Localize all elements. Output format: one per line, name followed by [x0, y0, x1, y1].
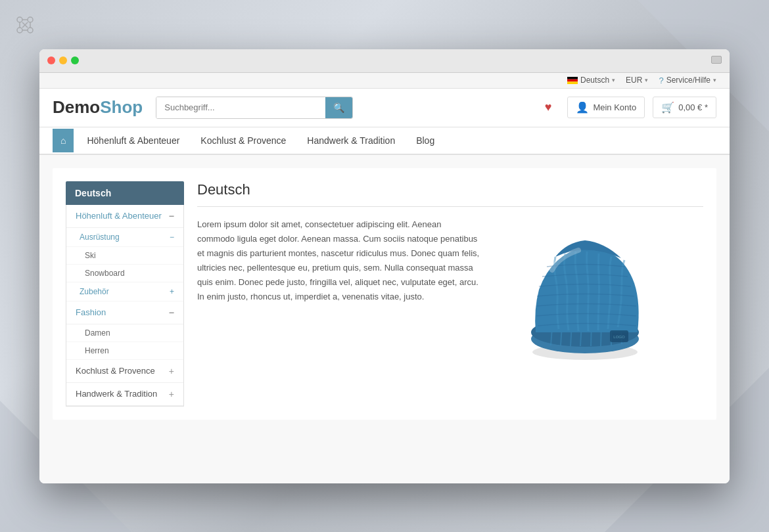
- sidebar-item-handwerk[interactable]: Handwerk & Tradition +: [66, 383, 183, 406]
- sidebar-zubehor-label: Zubehör: [80, 287, 109, 296]
- sidebar-item-herren[interactable]: Herren: [66, 342, 183, 360]
- sidebar-snowboard-label: Snowboard: [85, 269, 125, 278]
- service-menu[interactable]: ? Service/Hilfe ▾: [659, 76, 716, 85]
- sidebar-kochlust-label: Kochlust & Provence: [76, 366, 155, 376]
- browser-controls: [711, 56, 722, 64]
- content-title: Deutsch: [197, 181, 703, 207]
- close-button[interactable]: [47, 56, 55, 64]
- sidebar-ausrustung-toggle: −: [170, 233, 174, 242]
- sidebar-item-snowboard[interactable]: Snowboard: [66, 265, 183, 282]
- sidebar-item-damen[interactable]: Damen: [66, 324, 183, 342]
- traffic-lights: [47, 56, 79, 64]
- currency-selector[interactable]: EUR ▾: [626, 76, 648, 85]
- sidebar-kochlust-toggle: +: [169, 366, 174, 376]
- language-caret: ▾: [612, 77, 615, 83]
- language-label: Deutsch: [580, 76, 609, 85]
- minimize-button[interactable]: [59, 56, 67, 64]
- sidebar-header: Deutsch: [66, 181, 184, 205]
- language-selector[interactable]: Deutsch ▾: [567, 76, 615, 85]
- browser-titlebar: [39, 49, 730, 73]
- product-image: LOGO: [493, 217, 664, 362]
- svg-text:LOGO: LOGO: [613, 335, 625, 339]
- main-nav: ⌂ Höhenluft & Abenteuer Kochlust & Prove…: [39, 127, 730, 155]
- browser-ctrl-1[interactable]: [711, 56, 722, 64]
- currency-label: EUR: [626, 76, 642, 85]
- header-actions: ♥ 👤 Mein Konto 🛒 0,00 € *: [537, 97, 716, 118]
- logo-demo: Demo: [53, 97, 100, 117]
- search-button[interactable]: 🔍: [325, 97, 352, 118]
- shop-header: DemoShop 🔍 ♥ 👤 Mein Konto 🛒 0,00 € *: [39, 89, 730, 127]
- nav-item-kochlust[interactable]: Kochlust & Provence: [190, 127, 296, 154]
- sidebar-handwerk-toggle: +: [169, 389, 174, 399]
- currency-caret: ▾: [645, 77, 648, 83]
- svg-rect-10: [567, 77, 578, 79]
- account-button[interactable]: 👤 Mein Konto: [567, 97, 645, 118]
- nav-item-blog[interactable]: Blog: [406, 127, 445, 154]
- top-bar: Deutsch ▾ EUR ▾ ? Service/Hilfe ▾: [39, 73, 730, 89]
- sidebar-fashion-label: Fashion: [76, 307, 106, 317]
- flag-icon: [567, 77, 578, 84]
- sidebar-hoehenluft-toggle: −: [169, 211, 174, 221]
- search-input[interactable]: [156, 97, 325, 118]
- sidebar-herren-label: Herren: [85, 346, 109, 355]
- svg-rect-11: [567, 79, 578, 81]
- account-label: Mein Konto: [593, 102, 636, 112]
- search-bar: 🔍: [156, 97, 353, 119]
- cart-button[interactable]: 🛒 0,00 € *: [653, 97, 716, 118]
- main-content: Deutsch Lorem ipsum dolor sit amet, cons…: [197, 181, 703, 407]
- svg-point-1: [28, 17, 33, 22]
- svg-point-3: [28, 28, 33, 33]
- sidebar-ausrustung-label: Ausrüstung: [80, 233, 120, 242]
- service-label: Service/Hilfe: [666, 76, 711, 85]
- service-icon: ?: [659, 76, 663, 85]
- svg-point-0: [17, 17, 22, 22]
- sidebar-fashion-toggle: −: [169, 307, 174, 318]
- content-wrapper: Deutsch Höhenluft & Abenteuer − Ausrüstu…: [53, 168, 716, 420]
- browser-window: Deutsch ▾ EUR ▾ ? Service/Hilfe ▾ DemoSh…: [39, 49, 730, 483]
- sidebar-item-ski[interactable]: Ski: [66, 247, 183, 265]
- content-text: Lorem ipsum dolor sit amet, consectetuer…: [197, 217, 480, 305]
- cart-icon: 🛒: [661, 101, 674, 114]
- cart-label: 0,00 € *: [678, 102, 708, 112]
- hat-svg: LOGO: [493, 217, 664, 362]
- sidebar: Deutsch Höhenluft & Abenteuer − Ausrüstu…: [66, 181, 184, 407]
- service-caret: ▾: [713, 77, 716, 83]
- sidebar-ski-label: Ski: [85, 251, 96, 260]
- sidebar-item-kochlust[interactable]: Kochlust & Provence +: [66, 360, 183, 383]
- maximize-button[interactable]: [71, 56, 79, 64]
- sidebar-zubehor-toggle: +: [170, 287, 174, 296]
- sidebar-item-ausrustung[interactable]: Ausrüstung −: [66, 228, 183, 247]
- nav-item-hoehenluft[interactable]: Höhenluft & Abenteuer: [76, 127, 190, 154]
- shop-logo[interactable]: DemoShop: [53, 97, 143, 118]
- desktop-icons: [13, 13, 37, 39]
- sidebar-item-zubehor[interactable]: Zubehör +: [66, 282, 183, 301]
- nav-home-button[interactable]: ⌂: [53, 129, 74, 152]
- sidebar-handwerk-label: Handwerk & Tradition: [76, 389, 157, 399]
- account-icon: 👤: [576, 101, 589, 114]
- sidebar-damen-label: Damen: [85, 328, 110, 338]
- nav-item-handwerk[interactable]: Handwerk & Tradition: [296, 127, 406, 154]
- shop-main: Deutsch Höhenluft & Abenteuer − Ausrüstu…: [39, 155, 730, 483]
- sidebar-hoehenluft-label: Höhenluft & Abenteuer: [76, 211, 162, 221]
- sidebar-item-fashion[interactable]: Fashion −: [66, 301, 183, 324]
- svg-rect-12: [567, 81, 578, 84]
- logo-shop: Shop: [100, 97, 143, 117]
- sidebar-section: Höhenluft & Abenteuer − Ausrüstung − Ski…: [66, 205, 184, 407]
- wishlist-button[interactable]: ♥: [537, 97, 560, 118]
- sidebar-item-hoehenluft[interactable]: Höhenluft & Abenteuer −: [66, 205, 183, 228]
- svg-point-2: [17, 28, 22, 33]
